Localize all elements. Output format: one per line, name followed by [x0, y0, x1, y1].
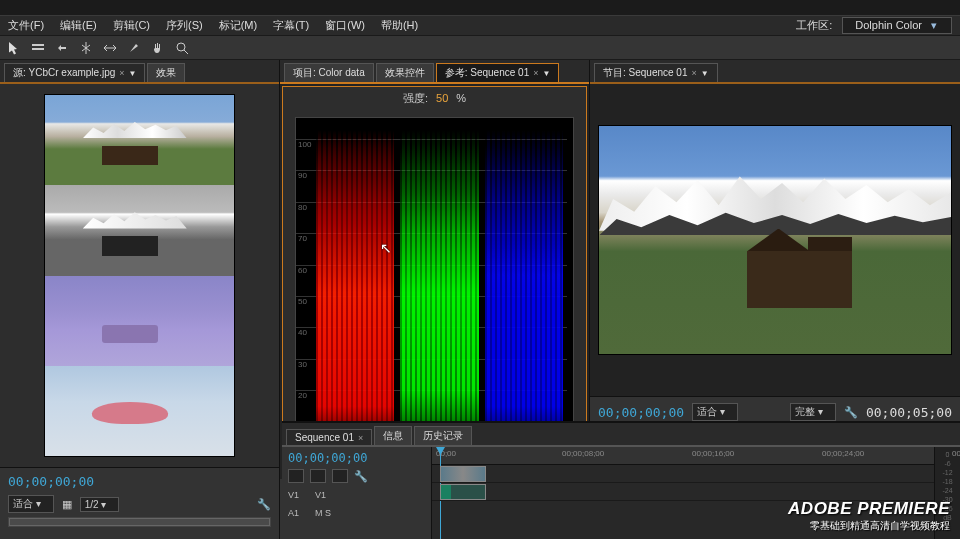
svg-rect-1 [32, 48, 44, 50]
resolution-dropdown[interactable]: 完整 ▾ [790, 403, 836, 421]
close-icon[interactable]: × [692, 68, 697, 78]
tab-effect-controls[interactable]: 效果控件 [376, 63, 434, 82]
tab-effects[interactable]: 效果 [147, 63, 185, 82]
scope-intensity-bar: 强度: 50 % [283, 87, 586, 109]
linked-selection-icon[interactable] [310, 469, 326, 483]
track-a1-ms[interactable]: M S [315, 508, 331, 518]
window-titlebar [0, 0, 960, 16]
wrench-icon[interactable]: 🔧 [844, 406, 858, 419]
tab-sequence[interactable]: Sequence 01× [286, 429, 372, 445]
menu-window[interactable]: 窗口(W) [319, 16, 371, 35]
program-panel-tabs: 节目: Sequence 01×▼ [590, 60, 960, 84]
wrench-icon[interactable]: 🔧 [257, 498, 271, 511]
timeline-header: 00;00;00;00 🔧 V1V1 A1M S [282, 447, 432, 539]
scope-green-channel [400, 130, 478, 455]
tool-bar [0, 36, 960, 60]
source-panel-tabs: 源: YCbCr example.jpg×▼ 效果 [0, 60, 279, 84]
timeline-timecode[interactable]: 00;00;00;00 [288, 451, 425, 465]
workspace-label: 工作区: [790, 16, 838, 35]
svg-point-2 [177, 43, 185, 51]
tab-info[interactable]: 信息 [374, 426, 412, 445]
tab-program[interactable]: 节目: Sequence 01×▼ [594, 63, 718, 82]
audio-meters: 0 -6 -12 -18 -24 -30 -36 dB [934, 447, 960, 539]
menu-icon[interactable]: ▼ [129, 69, 137, 78]
menu-help[interactable]: 帮助(H) [375, 16, 424, 35]
zoom-dropdown[interactable]: 1/2 ▾ [80, 497, 120, 512]
audio-clip[interactable] [440, 484, 486, 500]
tab-project[interactable]: 项目: Color data [284, 63, 374, 82]
program-in-timecode[interactable]: 00;00;00;00 [598, 405, 684, 420]
track-v1[interactable] [432, 465, 934, 483]
intensity-label: 强度: [403, 91, 428, 106]
video-clip[interactable] [440, 466, 486, 482]
ycbcr-luma [45, 185, 234, 275]
reference-panel-tabs: 项目: Color data 效果控件 参考: Sequence 01×▼ [280, 60, 589, 84]
program-out-timecode[interactable]: 00;00;05;00 [866, 405, 952, 420]
timeline-panel: Sequence 01× 信息 历史记录 00;00;00;00 🔧 V1V1 … [282, 421, 960, 539]
source-monitor [0, 84, 279, 467]
selection-tool-icon[interactable] [6, 40, 22, 56]
source-timecode[interactable]: 00;00;00;00 [8, 474, 271, 489]
fit-dropdown[interactable]: 适合 ▾ [8, 495, 54, 513]
source-footer: 00;00;00;00 适合 ▾ ▦ 1/2 ▾ 🔧 [0, 467, 279, 539]
close-icon[interactable]: × [358, 433, 363, 443]
razor-tool-icon[interactable] [78, 40, 94, 56]
menu-bar: 文件(F) 编辑(E) 剪辑(C) 序列(S) 标记(M) 字幕(T) 窗口(W… [0, 16, 960, 36]
menu-icon[interactable]: ▼ [701, 69, 709, 78]
scope-red-channel [316, 130, 394, 455]
menu-edit[interactable]: 编辑(E) [54, 16, 103, 35]
tab-history[interactable]: 历史记录 [414, 426, 472, 445]
menu-clip[interactable]: 剪辑(C) [107, 16, 156, 35]
ripple-tool-icon[interactable] [54, 40, 70, 56]
track-a1[interactable] [432, 483, 934, 501]
settings-icon[interactable]: ▦ [62, 498, 72, 511]
timeline-tracks-area[interactable]: 00;00 00;00;08;00 00;00;16;00 00;00;24;0… [432, 447, 934, 539]
ycbcr-y-full-color [45, 95, 234, 185]
menu-sequence[interactable]: 序列(S) [160, 16, 209, 35]
slip-tool-icon[interactable] [102, 40, 118, 56]
workspace-dropdown[interactable]: Dolphin Color ▾ [842, 17, 952, 34]
menu-icon[interactable]: ▼ [542, 69, 550, 78]
ycbcr-cb [45, 276, 234, 366]
track-v1-source[interactable]: V1 [288, 490, 299, 500]
source-scrollbar[interactable] [8, 517, 271, 527]
snap-icon[interactable] [288, 469, 304, 483]
timeline-ruler[interactable]: 00;00 00;00;08;00 00;00;16;00 00;00;24;0… [432, 447, 934, 465]
menu-title[interactable]: 字幕(T) [267, 16, 315, 35]
wrench-icon[interactable]: 🔧 [354, 470, 368, 483]
ycbcr-cr [45, 366, 234, 456]
program-monitor-preview[interactable] [598, 125, 952, 355]
zoom-tool-icon[interactable] [174, 40, 190, 56]
track-v1-target[interactable]: V1 [315, 490, 326, 500]
intensity-unit: % [456, 92, 466, 104]
tab-reference[interactable]: 参考: Sequence 01×▼ [436, 63, 560, 82]
track-a1-source[interactable]: A1 [288, 508, 299, 518]
svg-rect-0 [32, 44, 44, 46]
menu-file[interactable]: 文件(F) [2, 16, 50, 35]
fit-dropdown[interactable]: 适合 ▾ [692, 403, 738, 421]
hand-tool-icon[interactable] [150, 40, 166, 56]
menu-marker[interactable]: 标记(M) [213, 16, 264, 35]
close-icon[interactable]: × [119, 68, 124, 78]
intensity-value[interactable]: 50 [436, 92, 448, 104]
close-icon[interactable]: × [533, 68, 538, 78]
track-select-tool-icon[interactable] [30, 40, 46, 56]
timeline-tabs: Sequence 01× 信息 历史记录 [282, 423, 960, 447]
pen-tool-icon[interactable] [126, 40, 142, 56]
rgb-parade-scope[interactable]: 100 90 80 70 60 50 40 30 20 10 [295, 117, 574, 468]
tab-source[interactable]: 源: YCbCr example.jpg×▼ [4, 63, 145, 82]
scope-blue-channel [485, 130, 563, 455]
marker-icon[interactable] [332, 469, 348, 483]
